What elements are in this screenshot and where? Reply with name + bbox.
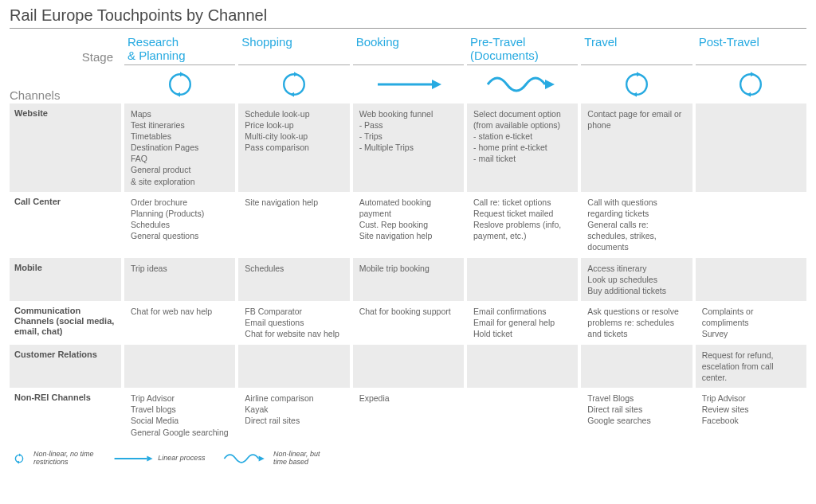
svg-marker-4 bbox=[294, 72, 298, 76]
stage-label: Stage bbox=[10, 50, 121, 65]
touchpoint-cell: Trip Advisor Review sites Facebook bbox=[696, 388, 806, 443]
touchpoint-cell: Web booking funnel - Pass - Trips - Mult… bbox=[353, 104, 464, 192]
channel-row-header: Mobile bbox=[10, 258, 121, 302]
touchpoint-cell: Schedule look-up Price look-up Multi-cit… bbox=[238, 104, 349, 192]
touchpoint-cell bbox=[467, 388, 578, 443]
touchpoint-grid: Stage Research & Planning Shopping Booki… bbox=[10, 32, 806, 443]
touchpoint-cell bbox=[696, 192, 806, 258]
touchpoint-cell: FB Comparator Email questions Chat for w… bbox=[238, 301, 349, 345]
touchpoint-cell: Travel Blogs Direct rail sites Google se… bbox=[581, 388, 692, 443]
svg-marker-20 bbox=[259, 455, 265, 461]
touchpoint-cell: Chat for booking support bbox=[353, 301, 464, 345]
touchpoint-cell bbox=[353, 345, 464, 389]
touchpoint-cell: Request for refund, escelation from call… bbox=[696, 345, 806, 389]
svg-marker-13 bbox=[751, 72, 755, 76]
svg-marker-19 bbox=[147, 455, 152, 461]
svg-marker-1 bbox=[180, 72, 184, 76]
svg-point-12 bbox=[741, 74, 762, 95]
channel-row-header: Communication Channels (social media, em… bbox=[10, 301, 121, 345]
touchpoint-cell: Complaints or compliments Survey bbox=[696, 301, 806, 345]
legend-text: Non-linear, but time based bbox=[273, 451, 320, 467]
svg-marker-5 bbox=[290, 92, 294, 96]
svg-marker-14 bbox=[747, 92, 751, 96]
stage-header: Shopping bbox=[238, 32, 349, 65]
stage-header: Pre-Travel (Documents) bbox=[467, 32, 578, 65]
cycle-icon bbox=[696, 65, 806, 104]
svg-marker-10 bbox=[637, 72, 641, 76]
channel-row-header: Call Center bbox=[10, 192, 121, 258]
touchpoint-cell: Expedia bbox=[353, 388, 464, 443]
touchpoint-cell: Contact page for email or phone bbox=[581, 104, 692, 192]
channel-row-header: Non-REI Channels bbox=[10, 388, 121, 443]
legend-item: Non-linear, but time based bbox=[222, 449, 320, 468]
stage-header: Travel bbox=[581, 32, 692, 65]
touchpoint-cell: Order brochure Planning (Products) Sched… bbox=[124, 192, 235, 258]
cycle-icon bbox=[238, 65, 349, 104]
arrow-icon bbox=[112, 449, 154, 468]
svg-point-0 bbox=[170, 74, 190, 95]
touchpoint-cell bbox=[124, 345, 235, 389]
stage-header: Research & Planning bbox=[124, 32, 235, 65]
stage-header: Booking bbox=[353, 32, 464, 65]
svg-marker-7 bbox=[432, 80, 441, 89]
wave-icon bbox=[222, 449, 269, 468]
touchpoint-cell bbox=[696, 104, 806, 192]
channels-label: Channels bbox=[10, 88, 121, 104]
touchpoint-cell: Trip Advisor Travel blogs Social Media G… bbox=[124, 388, 235, 443]
touchpoint-cell: Mobile trip booking bbox=[353, 258, 464, 302]
stage-header: Post-Travel bbox=[696, 32, 806, 65]
svg-point-3 bbox=[284, 74, 304, 95]
touchpoint-cell bbox=[696, 258, 806, 302]
touchpoint-cell bbox=[467, 345, 578, 389]
legend-text: Non-linear, no time restrictions bbox=[33, 451, 94, 467]
touchpoint-cell bbox=[581, 345, 692, 389]
wave-icon bbox=[467, 65, 578, 104]
svg-marker-11 bbox=[633, 92, 637, 96]
touchpoint-cell: Email confirmations Email for general he… bbox=[467, 301, 578, 345]
channel-row-header: Customer Relations bbox=[10, 345, 121, 389]
touchpoint-cell: Schedules bbox=[238, 258, 349, 302]
touchpoint-cell: Call re: ticket options Request ticket m… bbox=[467, 192, 578, 258]
touchpoint-cell: Chat for web nav help bbox=[124, 301, 235, 345]
svg-marker-2 bbox=[176, 92, 180, 96]
cycle-icon bbox=[10, 449, 29, 468]
touchpoint-cell: Ask questions or resolve problems re: sc… bbox=[581, 301, 692, 345]
channel-row-header: Website bbox=[10, 104, 121, 192]
touchpoint-cell: Airline comparison Kayak Direct rail sit… bbox=[238, 388, 349, 443]
cycle-icon bbox=[124, 65, 235, 104]
legend-item: Non-linear, no time restrictions bbox=[10, 449, 94, 468]
touchpoint-cell: Site navigation help bbox=[238, 192, 349, 258]
touchpoint-cell: Maps Test itineraries Timetables Destina… bbox=[124, 104, 235, 192]
arrow-icon bbox=[353, 65, 464, 104]
svg-point-9 bbox=[626, 74, 647, 95]
legend: Non-linear, no time restrictions Linear … bbox=[10, 449, 806, 468]
touchpoint-cell: Call with questions regarding tickets Ge… bbox=[581, 192, 692, 258]
touchpoint-cell: Automated booking payment Cust. Rep book… bbox=[353, 192, 464, 258]
touchpoint-cell: Trip ideas bbox=[124, 258, 235, 302]
svg-marker-8 bbox=[545, 80, 555, 89]
touchpoint-cell bbox=[238, 345, 349, 389]
legend-text: Linear process bbox=[158, 455, 205, 463]
legend-item: Linear process bbox=[112, 449, 206, 468]
touchpoint-cell: Select document option (from available o… bbox=[467, 104, 578, 192]
cycle-icon bbox=[581, 65, 692, 104]
touchpoint-cell: Access itinerary Look up schedules Buy a… bbox=[581, 258, 692, 302]
touchpoint-cell bbox=[467, 258, 578, 302]
page-title: Rail Europe Touchpoints by Channel bbox=[10, 6, 806, 29]
